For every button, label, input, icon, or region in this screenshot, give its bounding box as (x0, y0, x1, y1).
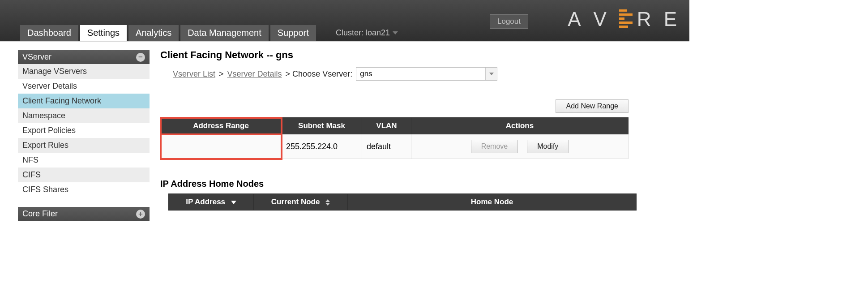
cell-vlan: default (362, 134, 411, 159)
logout-button[interactable]: Logout (490, 14, 528, 29)
tab-analytics[interactable]: Analytics (128, 25, 179, 41)
sidebar-item-nfs[interactable]: NFS (18, 153, 150, 168)
tab-settings[interactable]: Settings (80, 25, 127, 41)
sidebar-item-client-facing-network[interactable]: Client Facing Network (18, 94, 150, 108)
brand-letter: A (568, 8, 589, 30)
chevron-down-icon[interactable] (485, 68, 497, 80)
page-title: Client Facing Network -- gns (160, 49, 629, 61)
sidebar-item-cifs[interactable]: CIFS (18, 168, 150, 182)
brand-bars-icon (619, 9, 633, 28)
col-vlan: VLAN (362, 118, 411, 134)
address-range-table: Address Range Subnet Mask VLAN Actions 2… (160, 117, 629, 159)
add-new-range-button[interactable]: Add New Range (556, 99, 629, 113)
col-ip-address[interactable]: IP Address (169, 194, 254, 211)
minus-icon: − (136, 53, 145, 62)
chevron-down-icon (393, 31, 398, 34)
brand-letter: E (664, 8, 685, 30)
sidebar-item-manage-vservers[interactable]: Manage VServers (18, 64, 150, 79)
sidebar-item-vserver-details[interactable]: Vserver Details (18, 79, 150, 94)
sort-desc-icon (231, 201, 236, 204)
sort-icon (325, 199, 330, 206)
cell-address-range (161, 134, 282, 159)
nav-tabs: Dashboard Settings Analytics Data Manage… (20, 25, 316, 41)
sidebar-group-label: VServer (22, 52, 51, 62)
content: Client Facing Network -- gns Vserver Lis… (150, 41, 642, 221)
cluster-dropdown[interactable]: Cluster: loan21 (336, 28, 398, 38)
brand-logo: A V R E (568, 8, 685, 30)
remove-button[interactable]: Remove (471, 140, 518, 153)
sidebar-group-core-filer[interactable]: Core Filer + (18, 207, 150, 221)
tab-dashboard[interactable]: Dashboard (20, 25, 78, 41)
col-subnet-mask: Subnet Mask (282, 118, 362, 134)
tab-data-management[interactable]: Data Management (180, 25, 269, 41)
cluster-label-text: Cluster: loan21 (336, 28, 390, 38)
sidebar-item-export-rules[interactable]: Export Rules (18, 138, 150, 153)
sidebar-item-export-policies[interactable]: Export Policies (18, 123, 150, 138)
modify-button[interactable]: Modify (527, 140, 569, 153)
col-home-node[interactable]: Home Node (348, 194, 637, 211)
vserver-select-wrap (356, 67, 497, 81)
col-label: Current Node (271, 198, 320, 206)
col-label: Home Node (471, 198, 513, 206)
breadcrumb-tail: > Choose Vserver: (286, 69, 353, 79)
col-label: IP Address (186, 198, 225, 206)
brand-letter: V (594, 8, 615, 30)
sidebar: VServer − Manage VServers Vserver Detail… (18, 50, 150, 221)
cell-actions: Remove Modify (411, 134, 629, 159)
sidebar-item-namespace[interactable]: Namespace (18, 108, 150, 123)
topbar: Dashboard Settings Analytics Data Manage… (0, 0, 689, 41)
cell-subnet-mask: 255.255.224.0 (282, 134, 362, 159)
plus-icon: + (136, 210, 145, 219)
ip-home-nodes-table: IP Address Current Node Home Node (168, 193, 637, 211)
table-row: 255.255.224.0 default Remove Modify (161, 134, 629, 159)
section-ip-home-nodes-title: IP Address Home Nodes (160, 179, 629, 189)
breadcrumb: Vserver List > Vserver Details > Choose … (173, 67, 629, 81)
sidebar-group-vserver[interactable]: VServer − (18, 50, 150, 64)
breadcrumb-sep: > (219, 69, 224, 79)
tab-support[interactable]: Support (270, 25, 316, 41)
breadcrumb-vserver-list[interactable]: Vserver List (173, 69, 215, 79)
vserver-select[interactable] (356, 67, 497, 81)
col-current-node[interactable]: Current Node (254, 194, 348, 211)
sidebar-item-cifs-shares[interactable]: CIFS Shares (18, 182, 150, 197)
col-actions: Actions (411, 118, 629, 134)
breadcrumb-vserver-details[interactable]: Vserver Details (227, 69, 282, 79)
col-address-range: Address Range (161, 118, 282, 134)
sidebar-group-label: Core Filer (22, 209, 58, 219)
brand-letter: R (637, 8, 659, 30)
